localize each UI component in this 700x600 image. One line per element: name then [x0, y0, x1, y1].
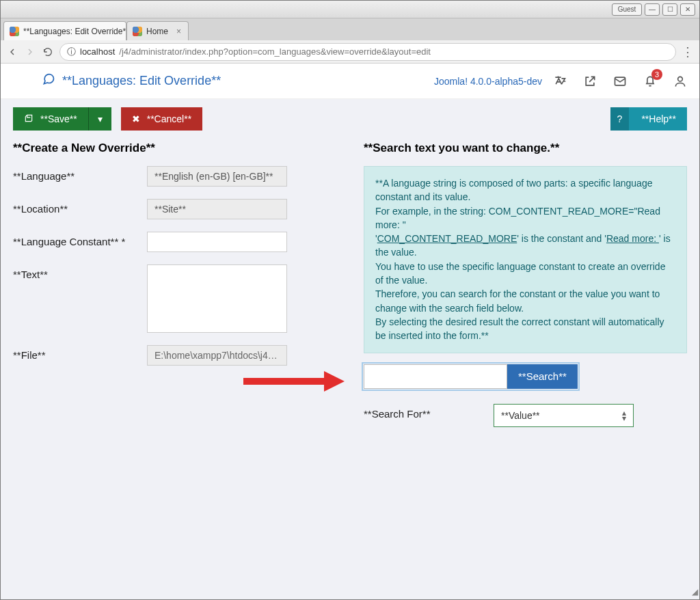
action-toolbar: **Save** ▾ ✖ **Cancel** ? **Help** — [1, 99, 699, 139]
save-button[interactable]: **Save** — [13, 107, 88, 131]
browser-navbar: ⓘ localhost/j4/administrator/index.php?o… — [1, 40, 699, 64]
nav-reload-icon[interactable] — [42, 46, 54, 58]
window-titlebar: Guest — ☐ ✕ — [1, 1, 699, 18]
info-box: **A language string is composed of two p… — [364, 166, 687, 353]
info-line: **A language string is composed of two p… — [375, 176, 675, 204]
language-label: **Language** — [13, 166, 147, 182]
search-for-select[interactable]: **Value** ▴▾ — [494, 404, 634, 427]
save-label: **Save** — [40, 113, 77, 124]
version-label: Joomla! 4.0.0-alpha5-dev — [434, 76, 542, 87]
location-label: **Location** — [13, 199, 147, 215]
file-label: **File** — [13, 345, 147, 361]
close-icon: ✖ — [132, 113, 140, 124]
help-icon: ? — [610, 107, 630, 131]
tab-title: **Languages: Edit Override** — [23, 27, 126, 36]
info-text: For example, in the string: COM_CONTENT_… — [375, 206, 660, 230]
save-icon — [24, 113, 33, 125]
comment-icon — [42, 72, 55, 90]
tab-title: Home — [146, 27, 168, 36]
info-underline: Read more: — [606, 233, 659, 244]
search-button[interactable]: **Search** — [507, 364, 578, 389]
url-path: /j4/administrator/index.php?option=com_l… — [119, 46, 431, 57]
info-line: Therefore, you can search for the consta… — [375, 287, 675, 315]
main-content: **Create a New Override** **Language** *… — [1, 139, 699, 599]
info-text: ' is the constant and ' — [517, 233, 606, 244]
search-row: **Search** — [364, 364, 578, 389]
page-body: **Languages: Edit Override** Joomla! 4.0… — [1, 64, 699, 599]
constant-input[interactable] — [147, 232, 287, 252]
text-input[interactable] — [147, 264, 287, 333]
search-input[interactable] — [364, 364, 507, 389]
app-window: Guest — ☐ ✕ **Languages: Edit Override**… — [0, 0, 700, 600]
caret-down-icon: ▾ — [98, 113, 103, 124]
cancel-button[interactable]: ✖ **Cancel** — [121, 107, 202, 131]
notifications-icon[interactable]: 3 — [643, 74, 657, 88]
external-link-icon[interactable] — [583, 74, 597, 88]
info-line: You have to use the specific language co… — [375, 260, 675, 288]
info-underline: COM_CONTENT_READ_MORE — [377, 233, 517, 244]
constant-label: **Language Constant** * — [13, 232, 147, 247]
help-button[interactable]: ? **Help** — [610, 107, 687, 131]
url-host: localhost — [80, 46, 115, 57]
left-heading: **Create a New Override** — [13, 141, 336, 155]
save-button-group: **Save** ▾ — [13, 107, 111, 131]
guest-badge: Guest — [612, 3, 642, 16]
user-menu-icon[interactable] — [673, 74, 687, 88]
window-close-button[interactable]: ✕ — [680, 3, 695, 16]
svg-point-1 — [678, 77, 683, 81]
resize-grip-icon: ◢ — [692, 587, 698, 597]
right-heading: **Search text you want to change.** — [364, 141, 687, 155]
browser-tabstrip: **Languages: Edit Override** × Home × — [1, 18, 699, 40]
info-line: For example, in the string: COM_CONTENT_… — [375, 204, 675, 260]
select-value: **Value** — [501, 410, 540, 421]
cancel-label: **Cancel** — [147, 113, 191, 124]
notifications-badge: 3 — [651, 69, 662, 80]
tab-close-icon[interactable]: × — [176, 27, 181, 36]
info-line: By selecting the desired result the corr… — [375, 315, 675, 343]
language-switcher-icon[interactable] — [553, 74, 567, 88]
location-value: **Site** — [147, 199, 287, 219]
window-minimize-button[interactable]: — — [645, 3, 660, 16]
page-title-text: **Languages: Edit Override** — [62, 74, 221, 88]
text-label: **Text** — [13, 264, 147, 280]
browser-tab[interactable]: Home × — [126, 21, 189, 40]
select-caret-icon: ▴▾ — [622, 410, 626, 421]
nav-forward-icon — [24, 46, 36, 58]
header-actions: 3 — [553, 74, 687, 88]
admin-header: **Languages: Edit Override** Joomla! 4.0… — [1, 64, 699, 99]
browser-tab-active[interactable]: **Languages: Edit Override** × — [3, 21, 126, 40]
joomla-favicon-icon — [133, 27, 142, 36]
window-maximize-button[interactable]: ☐ — [662, 3, 677, 16]
left-column: **Create a New Override** **Language** *… — [13, 139, 336, 587]
browser-menu-icon[interactable]: ⋮ — [682, 44, 694, 59]
joomla-logo-icon — [13, 72, 31, 90]
nav-back-icon[interactable] — [6, 46, 18, 58]
save-dropdown-toggle[interactable]: ▾ — [88, 107, 111, 131]
messages-icon[interactable] — [613, 74, 627, 88]
file-input[interactable] — [147, 345, 287, 366]
search-for-label: **Search For** — [364, 404, 494, 420]
language-value: **English (en-GB) [en-GB]** — [147, 166, 287, 187]
page-title: **Languages: Edit Override** — [42, 72, 221, 90]
site-info-icon[interactable]: ⓘ — [67, 46, 76, 58]
right-column: **Search text you want to change.** **A … — [364, 139, 687, 587]
help-label: **Help** — [641, 113, 676, 124]
address-bar[interactable]: ⓘ localhost/j4/administrator/index.php?o… — [59, 43, 676, 61]
joomla-favicon-icon — [10, 27, 19, 36]
